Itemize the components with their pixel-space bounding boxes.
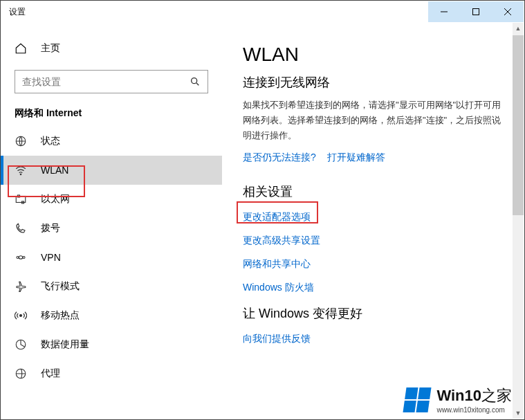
wifi-icon [15, 164, 27, 176]
svg-point-4 [192, 78, 197, 84]
maximize-button[interactable] [460, 1, 492, 22]
airplane-icon [15, 280, 27, 293]
advanced-sharing-link[interactable]: 更改高级共享设置 [243, 235, 504, 247]
scrollbar-thumb[interactable] [513, 35, 524, 215]
svg-point-7 [20, 174, 21, 175]
windows-logo-icon [403, 387, 432, 412]
page-title: WLAN [243, 44, 504, 66]
category-header: 网络和 Internet [1, 107, 222, 127]
svg-rect-1 [473, 9, 479, 15]
sidebar-item-dialup[interactable]: 拨号 [1, 214, 222, 243]
window-controls [428, 1, 524, 22]
sidebar-item-label: VPN [41, 252, 61, 263]
proxy-icon [15, 367, 27, 380]
page-subtitle: 连接到无线网络 [243, 74, 504, 91]
svg-point-12 [23, 257, 25, 259]
home-label: 主页 [41, 42, 60, 55]
close-button[interactable] [492, 1, 524, 22]
minimize-button[interactable] [428, 1, 460, 22]
sidebar-item-proxy[interactable]: 代理 [1, 359, 222, 388]
sidebar-item-status[interactable]: 状态 [1, 127, 222, 156]
home-link[interactable]: 主页 [1, 37, 222, 60]
search-input[interactable] [22, 76, 190, 87]
sidebar-item-hotspot[interactable]: 移动热点 [1, 301, 222, 330]
page-description: 如果找不到希望连接到的网络，请选择"显示可用网络"以打开可用网络列表。选择希望连… [243, 98, 504, 143]
adapter-options-link[interactable]: 更改适配器选项 [243, 211, 504, 223]
sidebar-item-wlan[interactable]: WLAN [1, 156, 222, 185]
main-panel: WLAN 连接到无线网络 如果找不到希望连接到的网络，请选择"显示可用网络"以打… [222, 23, 524, 419]
sidebar-item-datausage[interactable]: 数据使用量 [1, 330, 222, 359]
ethernet-icon [15, 193, 27, 206]
sidebar-item-ethernet[interactable]: 以太网 [1, 185, 222, 214]
sidebar-item-label: 以太网 [41, 193, 70, 206]
scrollbar[interactable]: ▲ ▼ [513, 23, 524, 419]
troubleshoot-link[interactable]: 打开疑难解答 [327, 152, 385, 164]
status-icon [15, 135, 27, 147]
window-title: 设置 [9, 6, 26, 18]
sidebar-item-label: 数据使用量 [41, 338, 89, 351]
hotspot-icon [15, 309, 27, 322]
feedback-header: 让 Windows 变得更好 [243, 305, 504, 322]
scroll-down-arrow[interactable]: ▼ [513, 408, 524, 419]
sidebar-item-label: 拨号 [41, 222, 60, 235]
sidebar-item-label: 状态 [41, 135, 60, 147]
dialup-icon [15, 222, 27, 235]
sidebar-item-airplane[interactable]: 飞行模式 [1, 272, 222, 301]
svg-line-5 [196, 83, 199, 85]
feedback-link[interactable]: 向我们提供反馈 [243, 333, 504, 345]
watermark-text: Win10之家 www.win10xitong.com [436, 385, 512, 414]
firewall-link[interactable]: Windows 防火墙 [243, 282, 504, 294]
vpn-icon [15, 251, 27, 264]
sharing-center-link[interactable]: 网络和共享中心 [243, 258, 504, 271]
sidebar-item-label: 代理 [41, 367, 60, 380]
datausage-icon [15, 338, 27, 351]
sidebar-item-label: 移动热点 [41, 309, 80, 322]
svg-point-11 [17, 257, 19, 259]
sidebar-item-label: WLAN [41, 165, 68, 176]
svg-point-13 [20, 315, 22, 317]
home-icon [15, 42, 27, 55]
sidebar-item-label: 飞行模式 [41, 280, 80, 293]
sidebar-item-vpn[interactable]: VPN [1, 243, 222, 272]
still-cannot-connect-link[interactable]: 是否仍无法连接? [243, 152, 316, 164]
sidebar: 主页 网络和 Internet 状态 WLAN 以太网 拨号 VPN [1, 23, 222, 419]
scroll-up-arrow[interactable]: ▲ [513, 23, 524, 34]
search-icon [190, 76, 201, 87]
watermark: Win10之家 www.win10xitong.com [405, 385, 512, 414]
search-box[interactable] [15, 70, 208, 93]
related-settings-header: 相关设置 [243, 183, 504, 200]
